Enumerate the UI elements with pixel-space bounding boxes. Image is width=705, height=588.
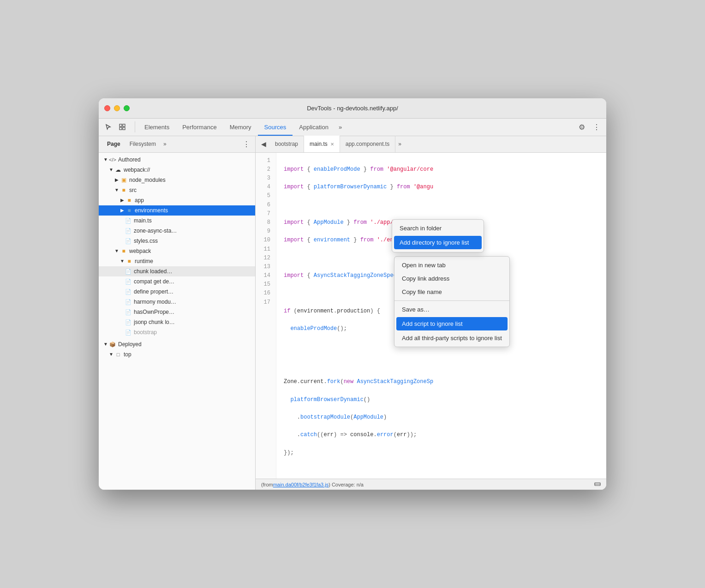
tree-item-main-ts[interactable]: 📄 main.ts: [99, 216, 255, 226]
bootstrap-label: bootstrap: [134, 329, 157, 336]
tab-bar-right: ⚙ ⋮: [576, 121, 603, 133]
status-text: (from: [261, 482, 273, 487]
editor-tab-app-component[interactable]: app.component.ts: [340, 136, 395, 152]
define-file-icon: 📄: [125, 288, 132, 295]
line-num-3: 3: [261, 174, 270, 183]
tree-arrow: ▼: [108, 167, 114, 173]
tab-memory[interactable]: Memory: [223, 118, 258, 136]
line-num-14: 14: [261, 271, 270, 280]
main-ts-close-button[interactable]: ✕: [330, 142, 334, 147]
left-panel-menu-icon[interactable]: ⋮: [241, 139, 251, 149]
tab-sources[interactable]: Sources: [258, 118, 293, 136]
tree-item-jsonp[interactable]: 📄 jsonp chunk lo…: [99, 317, 255, 327]
harmony-file-icon: 📄: [125, 298, 132, 306]
tree-item-environments[interactable]: ▶ ■ environments: [99, 205, 255, 216]
svg-rect-3: [123, 127, 125, 130]
hasown-file-icon: 📄: [125, 308, 132, 316]
top-label: top: [124, 351, 131, 358]
editor-tabs-more[interactable]: »: [395, 141, 404, 147]
minimize-button[interactable]: [114, 105, 120, 111]
code-line-12: [284, 360, 599, 369]
svg-rect-2: [119, 127, 122, 130]
line-numbers: 1 2 3 4 5 6 7 8 9 10 11 12 13 14 15 16 1: [256, 153, 276, 479]
tree-item-styles[interactable]: 📄 styles.css: [99, 236, 255, 246]
devtools-window: DevTools - ng-devtools.netlify.app/ Elem…: [99, 98, 606, 490]
copy-link-item[interactable]: Copy link address: [394, 272, 509, 285]
left-panel: Page Filesystem » ⋮ ▼ </> Authored: [99, 136, 256, 490]
tree-item-top[interactable]: ▼ □ top: [99, 349, 255, 360]
expand-icon[interactable]: [594, 481, 601, 488]
tab-performance[interactable]: Performance: [176, 118, 223, 136]
tree-item-webpack-root[interactable]: ▼ ☁ webpack://: [99, 165, 255, 175]
tab-elements[interactable]: Elements: [138, 118, 176, 136]
tree-arrow: ▼: [108, 351, 114, 358]
status-suffix: ) Coverage: n/a: [329, 482, 364, 487]
search-in-folder-item[interactable]: Search in folder: [392, 222, 484, 235]
harmony-label: harmony modu…: [134, 299, 176, 305]
left-tab-filesystem[interactable]: Filesystem: [125, 136, 161, 152]
tree-arrow: ▼: [114, 248, 120, 254]
tab-application[interactable]: Application: [293, 118, 335, 136]
line-num-8: 8: [261, 218, 270, 227]
editor-tab-bootstrap[interactable]: bootstrap: [269, 136, 304, 152]
tree-item-authored[interactable]: ▼ </> Authored: [99, 155, 255, 165]
folder-icon: ▣: [120, 176, 127, 184]
add-all-third-party-item[interactable]: Add all third-party scripts to ignore li…: [394, 331, 509, 345]
main-content: Page Filesystem » ⋮ ▼ </> Authored: [99, 136, 606, 490]
deployed-label: Deployed: [118, 341, 142, 348]
deployed-icon: 📦: [109, 341, 116, 348]
context-menu-top-popup: Search in folder Add directory to ignore…: [392, 219, 484, 252]
src-folder-icon: ■: [120, 186, 127, 194]
add-script-ignore-item[interactable]: Add script to ignore list: [396, 317, 508, 330]
app-folder-icon: ■: [125, 197, 133, 204]
top-icon: □: [114, 351, 122, 358]
editor-back-icon[interactable]: ◀: [257, 138, 269, 150]
tree-item-harmony[interactable]: 📄 harmony modu…: [99, 297, 255, 307]
tree-item-webpack[interactable]: ▼ ■ webpack: [99, 246, 255, 256]
webpack-cloud-icon: ☁: [114, 166, 122, 174]
tree-item-node-modules[interactable]: ▶ ▣ node_modules: [99, 175, 255, 185]
line-num-13: 13: [261, 263, 270, 271]
status-link[interactable]: main.da00f/b2fe3f1fa3.js: [273, 482, 329, 487]
line-num-1: 1: [261, 156, 270, 165]
tree-item-zone[interactable]: 📄 zone-async-sta…: [99, 226, 255, 236]
save-as-item[interactable]: Save as…: [394, 303, 509, 316]
left-tabs-more[interactable]: »: [161, 141, 169, 147]
tree-item-hasown[interactable]: 📄 hasOwnPrope…: [99, 307, 255, 317]
kebab-icon[interactable]: ⋮: [591, 121, 603, 133]
tree-item-define[interactable]: 📄 define propert…: [99, 287, 255, 297]
maximize-button[interactable]: [124, 105, 130, 111]
right-panel: ◀ bootstrap main.ts ✕ app.component.ts »…: [256, 136, 606, 490]
open-new-tab-item[interactable]: Open in new tab: [394, 258, 509, 272]
webpack-folder-icon: ■: [120, 247, 127, 255]
tree-item-deployed[interactable]: ▼ 📦 Deployed: [99, 339, 255, 349]
title-bar: DevTools - ng-devtools.netlify.app/: [99, 98, 606, 119]
add-directory-ignore-item[interactable]: Add directory to ignore list: [394, 236, 482, 249]
main-ts-label: main.ts: [134, 217, 152, 224]
tree-arrow: ▶: [114, 177, 120, 183]
code-line-17: });: [284, 449, 599, 457]
copy-filename-item[interactable]: Copy file name: [394, 285, 509, 299]
line-num-12: 12: [261, 254, 270, 263]
tree-item-compat[interactable]: 📄 compat get de…: [99, 276, 255, 287]
cursor-icon[interactable]: [102, 121, 114, 133]
inspect-icon[interactable]: [116, 121, 128, 133]
tree-item-bootstrap[interactable]: 📄 bootstrap: [99, 327, 255, 337]
settings-icon[interactable]: ⚙: [576, 121, 588, 133]
tree-item-chunk[interactable]: 📄 chunk loaded…: [99, 266, 255, 276]
define-label: define propert…: [134, 288, 173, 295]
code-line-3: [284, 201, 599, 210]
code-line-2: import { platformBrowserDynamic } from '…: [284, 183, 599, 192]
left-tab-page[interactable]: Page: [102, 136, 125, 152]
tree-item-app[interactable]: ▶ ■ app: [99, 195, 255, 205]
tree-item-runtime[interactable]: ▼ ■ runtime: [99, 256, 255, 266]
close-button[interactable]: [104, 105, 110, 111]
tabs-more-button[interactable]: »: [335, 124, 346, 131]
status-bar: (from main.da00f/b2fe3f1fa3.js ) Coverag…: [256, 479, 606, 490]
traffic-lights: [104, 105, 130, 111]
code-line-13: Zone.current.fork(new AsyncStackTaggingZ…: [284, 378, 599, 386]
tree-item-src[interactable]: ▼ ■ src: [99, 185, 255, 195]
editor-tab-main-ts[interactable]: main.ts ✕: [304, 136, 340, 152]
tab-divider: [135, 121, 135, 132]
styles-file-icon: 📄: [125, 237, 132, 245]
